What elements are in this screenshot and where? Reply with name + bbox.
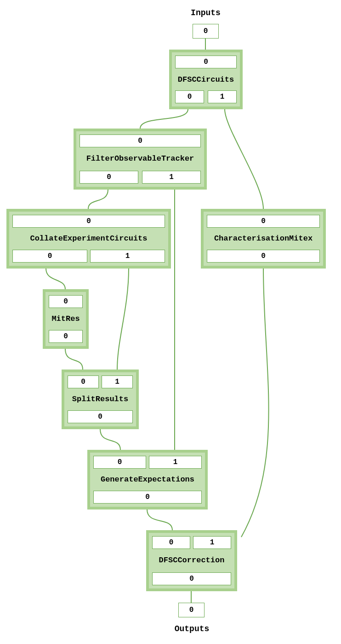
output-port: 0: [178, 603, 205, 617]
filter-obs-in-0: 0: [80, 134, 201, 147]
mitres-out-0: 0: [49, 330, 83, 343]
node-collate-experiment-circuits: 0 CollateExperimentCircuits 0 1: [6, 209, 171, 269]
genexp-in-0: 0: [93, 456, 146, 469]
dfsc-circuits-title: DFSCCircuits: [172, 75, 240, 84]
genexp-in-1: 1: [149, 456, 202, 469]
node-generate-expectations: 0 1 GenerateExpectations 0: [87, 450, 208, 510]
dfsc-circuits-out-1: 1: [208, 90, 237, 103]
node-dfsc-correction: 0 1 DFSCCorrection 0: [146, 530, 237, 591]
inputs-title: Inputs: [184, 8, 227, 17]
dfsccorr-in-0: 0: [152, 536, 190, 549]
dfsccorr-title: DFSCCorrection: [149, 556, 234, 565]
char-mitex-title: CharacterisationMitex: [204, 234, 323, 243]
filter-obs-out-1: 1: [142, 171, 201, 184]
dfsccorr-in-1: 1: [193, 536, 231, 549]
char-mitex-out-0: 0: [207, 250, 320, 263]
node-filter-observable-tracker: 0 FilterObservableTracker 0 1: [74, 129, 207, 190]
collate-title: CollateExperimentCircuits: [9, 234, 168, 243]
node-mitres: 0 MitRes 0: [43, 289, 89, 349]
node-characterisation-mitex: 0 CharacterisationMitex 0: [201, 209, 326, 269]
dfsc-circuits-out-0: 0: [175, 90, 204, 103]
input-port: 0: [193, 24, 219, 39]
filter-obs-out-0: 0: [80, 171, 138, 184]
mitres-in-0: 0: [49, 295, 83, 308]
mitres-title: MitRes: [45, 314, 86, 323]
dfsccorr-out-0: 0: [152, 572, 231, 585]
split-in-0: 0: [68, 375, 99, 388]
outputs-title: Outputs: [165, 624, 218, 633]
split-out-0: 0: [68, 410, 133, 423]
node-split-results: 0 1 SplitResults 0: [62, 370, 139, 429]
filter-obs-title: FilterObservableTracker: [76, 154, 204, 163]
genexp-title: GenerateExpectations: [90, 475, 205, 484]
dfsc-circuits-in-0: 0: [175, 56, 237, 68]
collate-out-0: 0: [12, 250, 87, 263]
char-mitex-in-0: 0: [207, 215, 320, 228]
genexp-out-0: 0: [93, 491, 202, 504]
split-in-1: 1: [102, 375, 133, 388]
collate-out-1: 1: [90, 250, 165, 263]
split-title: SplitResults: [64, 395, 136, 403]
collate-in-0: 0: [12, 215, 165, 228]
node-dfsc-circuits: 0 DFSCCircuits 0 1: [169, 50, 243, 109]
